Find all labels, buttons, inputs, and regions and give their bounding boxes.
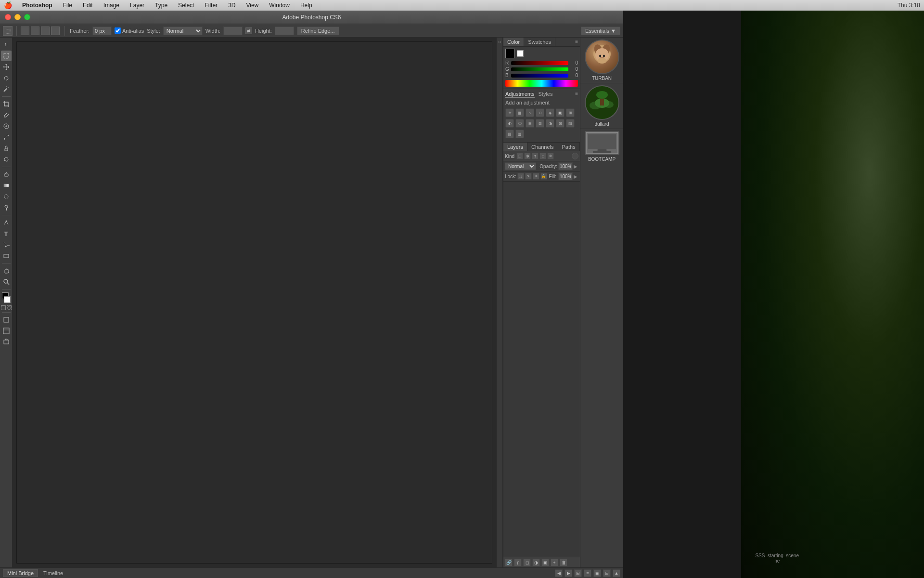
background-color[interactable]: [4, 296, 11, 303]
menubar-photoshop[interactable]: Photoshop: [20, 2, 55, 9]
width-input[interactable]: [223, 26, 243, 35]
adj-curves[interactable]: ∿: [526, 108, 534, 117]
color-spectrum-bar[interactable]: [505, 80, 578, 87]
adj-selective-color[interactable]: ▥: [515, 130, 524, 138]
panel-collapse-strip[interactable]: ‹‹: [496, 38, 503, 567]
layer-filter-smart[interactable]: ⊕: [547, 153, 554, 159]
toolbar-collapse-btn[interactable]: ⁞⁞: [1, 39, 12, 50]
adj-vibrance[interactable]: ◈: [546, 108, 554, 117]
new-layer-btn[interactable]: +: [551, 559, 558, 566]
tool-hand[interactable]: [1, 265, 12, 276]
delete-layer-btn[interactable]: 🗑: [560, 559, 567, 566]
lock-move[interactable]: ✚: [533, 173, 539, 180]
thumbnail-dullard[interactable]: dullard: [580, 83, 623, 129]
menubar-select[interactable]: Select: [176, 2, 196, 9]
g-slider[interactable]: [511, 67, 568, 71]
tab-color[interactable]: Color: [503, 38, 524, 46]
tool-magic-wand[interactable]: [1, 84, 12, 94]
tool-extra1[interactable]: [1, 326, 12, 336]
tab-layers[interactable]: Layers: [503, 143, 527, 151]
style-select[interactable]: Normal Fixed Ratio Fixed Size: [163, 26, 203, 35]
menubar-type[interactable]: Type: [153, 2, 170, 9]
tool-shape[interactable]: [1, 250, 12, 261]
window-close-button[interactable]: [5, 14, 11, 20]
menubar-3d[interactable]: 3D: [226, 2, 238, 9]
background-color-swatch[interactable]: [517, 50, 524, 57]
layer-filter-pixel[interactable]: ⬚: [516, 153, 523, 159]
adj-invert[interactable]: ◑: [546, 119, 554, 128]
adjustments-menu[interactable]: ≡: [575, 91, 578, 98]
layer-filter-shape[interactable]: □: [539, 153, 546, 159]
tool-marquee[interactable]: [1, 51, 12, 61]
tool-screen-mode[interactable]: [1, 315, 12, 325]
tool-option-2[interactable]: [31, 26, 39, 35]
layer-style-btn[interactable]: ƒ: [514, 559, 522, 566]
color-panel-menu[interactable]: ≡: [573, 38, 580, 46]
bottom-btn-2[interactable]: ▶: [565, 569, 572, 577]
tool-stamp[interactable]: [1, 143, 12, 154]
adj-threshold[interactable]: ▨: [566, 119, 575, 128]
bottom-btn-4[interactable]: ≡: [584, 569, 591, 577]
menubar-help[interactable]: Help: [298, 2, 315, 9]
tab-channels[interactable]: Channels: [527, 143, 558, 151]
opacity-dropdown[interactable]: ▶: [574, 164, 578, 169]
adj-color-lookup[interactable]: ⊠: [536, 119, 544, 128]
canvas[interactable]: [16, 41, 492, 564]
tool-zoom[interactable]: [1, 276, 12, 287]
essentials-button[interactable]: Essentials ▼: [581, 26, 620, 35]
tool-eraser[interactable]: [1, 169, 12, 180]
tool-eyedropper[interactable]: [1, 110, 12, 120]
foreground-color-swatch[interactable]: [505, 49, 515, 58]
r-slider[interactable]: [511, 61, 568, 65]
bottom-btn-collapse[interactable]: ▲: [613, 569, 620, 577]
menubar-image[interactable]: Image: [101, 2, 122, 9]
bottom-btn-3[interactable]: ⊞: [574, 569, 582, 577]
b-slider[interactable]: [511, 74, 568, 78]
menubar-edit[interactable]: Edit: [80, 2, 95, 9]
tool-brush[interactable]: [1, 132, 12, 143]
bottom-btn-5[interactable]: ▣: [593, 569, 601, 577]
menubar-window[interactable]: Window: [267, 2, 292, 9]
tool-history-brush[interactable]: [1, 154, 12, 165]
feather-input[interactable]: [92, 26, 112, 35]
lock-position[interactable]: ✎: [525, 173, 532, 180]
tool-healing[interactable]: [1, 121, 12, 131]
adj-color-balance[interactable]: ⊞: [566, 108, 575, 117]
layer-filter-adjust[interactable]: ◑: [524, 153, 531, 159]
tab-styles[interactable]: Styles: [539, 91, 553, 98]
adj-hsl[interactable]: ▣: [556, 108, 565, 117]
tool-extra2[interactable]: [1, 337, 12, 347]
adj-posterize[interactable]: ⊡: [556, 119, 565, 128]
group-layers-btn[interactable]: ▣: [541, 559, 549, 566]
menubar-view[interactable]: View: [244, 2, 261, 9]
layer-mask-btn[interactable]: ◻: [523, 559, 531, 566]
window-minimize-button[interactable]: [14, 14, 21, 20]
tool-blur[interactable]: [1, 191, 12, 202]
lock-all[interactable]: 🔒: [540, 173, 547, 180]
tool-dodge[interactable]: [1, 202, 12, 213]
lock-pixels[interactable]: ⬚: [517, 173, 524, 180]
tool-gradient[interactable]: [1, 180, 12, 191]
link-layers-btn[interactable]: 🔗: [505, 559, 513, 566]
fill-input[interactable]: [558, 172, 573, 180]
blend-mode-select[interactable]: Normal Dissolve Multiply Screen: [505, 162, 536, 170]
thumbnail-turban[interactable]: TURBAN: [580, 38, 623, 83]
bottom-btn-1[interactable]: ◀: [555, 569, 563, 577]
anti-alias-checkbox[interactable]: [115, 27, 121, 34]
color-swatches[interactable]: [1, 292, 12, 303]
refine-edge-button[interactable]: Refine Edge...: [297, 26, 339, 35]
opacity-input[interactable]: [558, 162, 573, 170]
menubar-file[interactable]: File: [61, 2, 75, 9]
adj-gradient-map[interactable]: ▤: [505, 130, 514, 138]
tab-swatches[interactable]: Swatches: [524, 38, 555, 46]
adj-channel-mixer[interactable]: ⊟: [526, 119, 534, 128]
apple-menu[interactable]: 🍎: [4, 1, 12, 9]
tab-adjustments[interactable]: Adjustments: [505, 91, 535, 98]
thumbnail-bootcamp[interactable]: BOOTCAMP: [580, 129, 623, 164]
adj-levels[interactable]: ▦: [515, 108, 524, 117]
tool-pen[interactable]: [1, 217, 12, 228]
tool-type[interactable]: T: [1, 228, 12, 239]
adj-exposure[interactable]: ⊙: [536, 108, 544, 117]
tool-path-select[interactable]: [1, 239, 12, 250]
adjustment-layer-btn[interactable]: ◑: [532, 559, 540, 566]
